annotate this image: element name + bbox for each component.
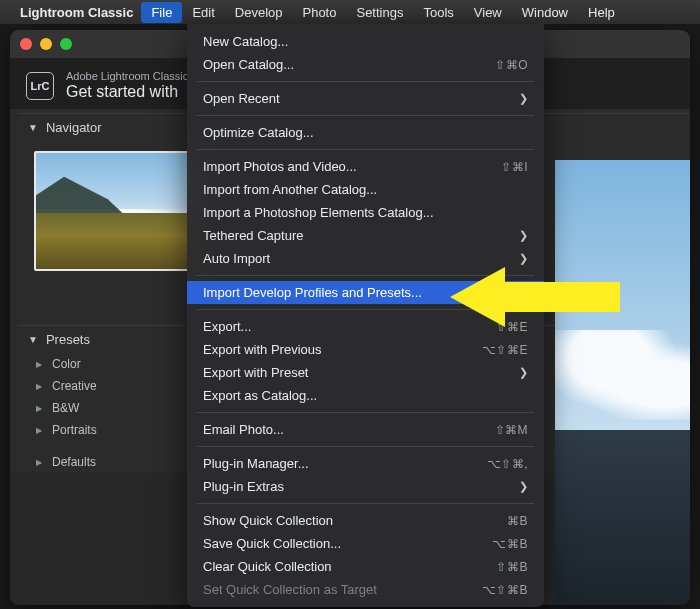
menu-item-shortcut: ⌥⇧⌘B: [482, 583, 528, 597]
triangle-down-icon: ▼: [28, 334, 38, 345]
menu-item[interactable]: Export with Previous⌥⇧⌘E: [187, 338, 544, 361]
menu-item-label: Export as Catalog...: [203, 388, 317, 403]
file-menu-dropdown: New Catalog...Open Catalog...⇧⌘OOpen Rec…: [187, 24, 544, 607]
window-minimize-button[interactable]: [40, 38, 52, 50]
menu-item[interactable]: Save Quick Collection...⌥⌘B: [187, 532, 544, 555]
menubar-item-view[interactable]: View: [464, 2, 512, 23]
menubar-item-develop[interactable]: Develop: [225, 2, 293, 23]
menu-item-label: Import from Another Catalog...: [203, 182, 377, 197]
triangle-right-icon: ▶: [36, 382, 42, 391]
menu-item-label: Tethered Capture: [203, 228, 303, 243]
menubar-item-settings[interactable]: Settings: [346, 2, 413, 23]
menubar-item-tools[interactable]: Tools: [413, 2, 463, 23]
presets-title: Presets: [46, 332, 90, 347]
app-header-subtitle: Adobe Lightroom Classic: [66, 70, 188, 83]
triangle-down-icon: ▼: [28, 122, 38, 133]
menu-item-label: Open Catalog...: [203, 57, 294, 72]
menu-item-shortcut: ⌘B: [507, 514, 528, 528]
lrc-logo: LrC: [26, 72, 54, 100]
menubar-item-window[interactable]: Window: [512, 2, 578, 23]
menu-item-shortcut: ⇧⌘E: [496, 320, 528, 334]
menu-item-label: New Catalog...: [203, 34, 288, 49]
triangle-right-icon: ▶: [36, 426, 42, 435]
menu-item-shortcut: ⌥⌘B: [492, 537, 528, 551]
menu-item[interactable]: Export with Preset❯: [187, 361, 544, 384]
navigator-title: Navigator: [46, 120, 102, 135]
menu-item-shortcut: ⇧⌘M: [495, 423, 529, 437]
chevron-right-icon: ❯: [519, 252, 528, 265]
menu-item[interactable]: Tethered Capture❯: [187, 224, 544, 247]
triangle-right-icon: ▶: [36, 360, 42, 369]
chevron-right-icon: ❯: [519, 480, 528, 493]
menu-item[interactable]: Import from Another Catalog...: [187, 178, 544, 201]
menu-item[interactable]: Open Catalog...⇧⌘O: [187, 53, 544, 76]
menubar-app-name[interactable]: Lightroom Classic: [20, 5, 133, 20]
menu-item-label: Import a Photoshop Elements Catalog...: [203, 205, 434, 220]
menu-item-shortcut: ⌥⇧⌘,: [487, 457, 528, 471]
menu-separator: [197, 309, 534, 310]
menu-item-label: Save Quick Collection...: [203, 536, 341, 551]
menubar-item-file[interactable]: File: [141, 2, 182, 23]
menu-item[interactable]: Optimize Catalog...: [187, 121, 544, 144]
menu-separator: [197, 115, 534, 116]
menu-item-label: Import Develop Profiles and Presets...: [203, 285, 422, 300]
menu-item-shortcut: ⇧⌘O: [495, 58, 528, 72]
main-photo-ground: [555, 430, 690, 605]
menu-item-label: Clear Quick Collection: [203, 559, 332, 574]
menu-item-label: Plug-in Extras: [203, 479, 284, 494]
menu-item[interactable]: Plug-in Manager...⌥⇧⌘,: [187, 452, 544, 475]
defaults-label: Defaults: [52, 455, 96, 469]
triangle-right-icon: ▶: [36, 458, 42, 467]
triangle-right-icon: ▶: [36, 404, 42, 413]
menu-item[interactable]: Export...⇧⌘E: [187, 315, 544, 338]
chevron-right-icon: ❯: [519, 366, 528, 379]
menu-separator: [197, 446, 534, 447]
menubar-item-help[interactable]: Help: [578, 2, 625, 23]
menu-item-shortcut: ⌥⇧⌘E: [482, 343, 528, 357]
menu-item[interactable]: Email Photo...⇧⌘M: [187, 418, 544, 441]
menu-item[interactable]: Plug-in Extras❯: [187, 475, 544, 498]
menu-separator: [197, 503, 534, 504]
menu-item[interactable]: Import Photos and Video...⇧⌘I: [187, 155, 544, 178]
menu-item-shortcut: ⇧⌘I: [501, 160, 528, 174]
menu-item: Set Quick Collection as Target⌥⇧⌘B: [187, 578, 544, 601]
macos-menubar: Lightroom Classic FileEditDevelopPhotoSe…: [0, 0, 700, 24]
window-close-button[interactable]: [20, 38, 32, 50]
menu-item[interactable]: New Catalog...: [187, 30, 544, 53]
menu-item[interactable]: Import a Photoshop Elements Catalog...: [187, 201, 544, 224]
menu-separator: [197, 81, 534, 82]
app-header-title: Get started with: [66, 83, 188, 101]
menu-item-label: Set Quick Collection as Target: [203, 582, 377, 597]
menu-item-label: Export...: [203, 319, 251, 334]
menubar-item-edit[interactable]: Edit: [182, 2, 224, 23]
menu-item-label: Optimize Catalog...: [203, 125, 314, 140]
navigator-thumbnail[interactable]: [34, 151, 194, 271]
menu-item[interactable]: Show Quick Collection⌘B: [187, 509, 544, 532]
menu-item[interactable]: Auto Import❯: [187, 247, 544, 270]
menu-item[interactable]: Export as Catalog...: [187, 384, 544, 407]
menu-item[interactable]: Open Recent❯: [187, 87, 544, 110]
preset-group-label: Creative: [52, 379, 97, 393]
menu-separator: [197, 275, 534, 276]
chevron-right-icon: ❯: [519, 92, 528, 105]
menu-item-label: Open Recent: [203, 91, 280, 106]
menu-item-label: Export with Previous: [203, 342, 322, 357]
menu-separator: [197, 149, 534, 150]
preset-group-label: Portraits: [52, 423, 97, 437]
preset-group-label: Color: [52, 357, 81, 371]
window-maximize-button[interactable]: [60, 38, 72, 50]
menubar-item-photo[interactable]: Photo: [292, 2, 346, 23]
menu-item[interactable]: Clear Quick Collection⇧⌘B: [187, 555, 544, 578]
menu-item-shortcut: ⇧⌘B: [496, 560, 528, 574]
menu-item-label: Plug-in Manager...: [203, 456, 309, 471]
preset-group-label: B&W: [52, 401, 79, 415]
menu-item-label: Import Photos and Video...: [203, 159, 357, 174]
chevron-right-icon: ❯: [519, 229, 528, 242]
menu-item[interactable]: Import Develop Profiles and Presets...: [187, 281, 544, 304]
menu-separator: [197, 412, 534, 413]
menu-item-label: Export with Preset: [203, 365, 309, 380]
menu-item-label: Auto Import: [203, 251, 270, 266]
menu-item-label: Email Photo...: [203, 422, 284, 437]
menu-item-label: Show Quick Collection: [203, 513, 333, 528]
main-photo-clouds: [555, 330, 690, 420]
